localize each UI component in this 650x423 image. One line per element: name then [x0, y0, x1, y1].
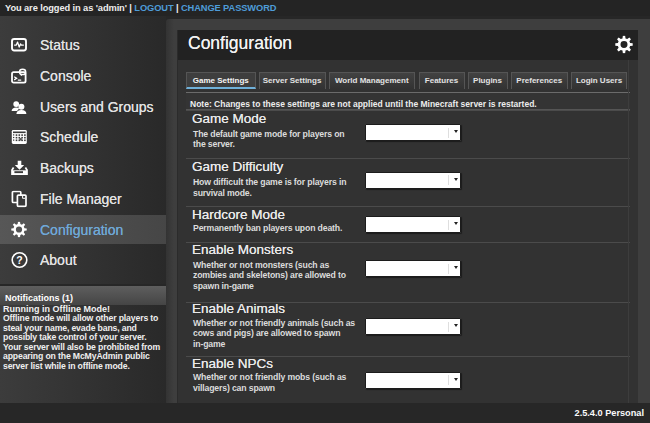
svg-text:?: ?: [16, 254, 22, 266]
